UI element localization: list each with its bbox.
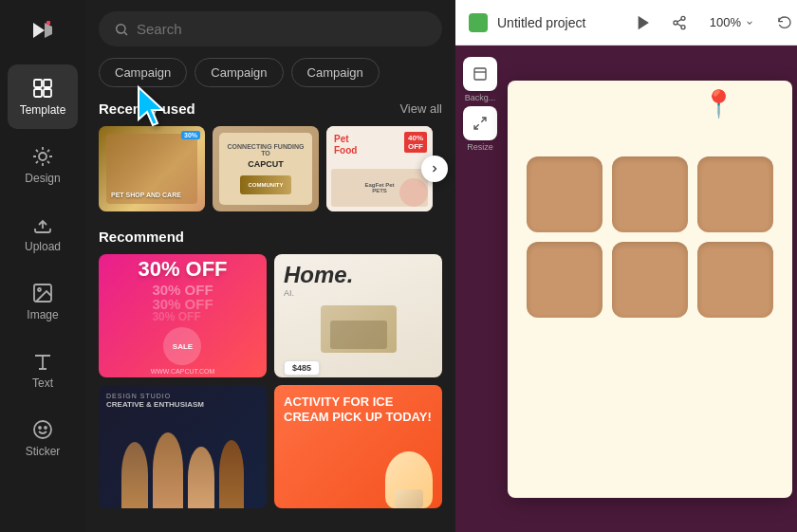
palette-cell-2 xyxy=(612,156,688,232)
palette-cell-5 xyxy=(612,242,688,318)
recently-used-title: Recently used xyxy=(99,101,195,117)
background-tool-label: Backg... xyxy=(465,93,496,102)
home-price: $485 xyxy=(284,360,320,376)
sidebar-item-upload-label: Upload xyxy=(25,240,61,253)
search-input[interactable] xyxy=(137,21,427,37)
sidebar-item-sticker[interactable]: Sticker xyxy=(8,406,78,470)
canvas-area: Untitled project 100% xyxy=(455,0,797,532)
category-row: Campaign Campaign Campaign xyxy=(85,58,455,97)
template-pet-food[interactable]: 40%OFF PetFood EagFet PetPETS xyxy=(326,126,433,211)
recently-used-row: PET SHOP AND CARE 30% CONNECTING FUNDING… xyxy=(99,126,442,211)
sidebar-item-text[interactable]: Text xyxy=(8,338,78,402)
canvas-topbar: Untitled project 100% xyxy=(455,0,797,46)
share-button[interactable] xyxy=(666,9,693,36)
search-bar[interactable] xyxy=(99,11,442,46)
undo-button[interactable] xyxy=(771,9,797,36)
svg-point-9 xyxy=(34,421,51,438)
sidebar-item-upload[interactable]: Upload xyxy=(8,201,78,266)
canvas-content: 📍 xyxy=(508,81,792,498)
template-home[interactable]: Home. AI. $485 +xx-xxx-xxxx www.capcut.c… xyxy=(274,254,442,377)
next-button[interactable] xyxy=(421,156,448,182)
sidebar-item-design-label: Design xyxy=(25,172,60,185)
palette-cell-3 xyxy=(697,156,773,232)
svg-rect-17 xyxy=(474,68,486,80)
play-button[interactable] xyxy=(630,9,657,36)
icecream-title: ACTIVITY FOR ICE CREAM PICK UP TODAY! xyxy=(284,394,433,424)
canvas-side-tools: Backg... Resize xyxy=(463,57,497,152)
sidebar-item-image[interactable]: Image xyxy=(8,269,78,334)
palette-cell-6 xyxy=(697,242,773,318)
resize-tool[interactable] xyxy=(463,106,497,140)
svg-point-12 xyxy=(117,24,125,32)
palette-grid xyxy=(508,119,792,337)
project-icon xyxy=(469,13,488,32)
canvas-viewport[interactable]: 📍 xyxy=(455,46,797,532)
sidebar-item-text-label: Text xyxy=(32,376,53,390)
svg-point-11 xyxy=(45,427,46,429)
category-campaign-3[interactable]: Campaign xyxy=(291,58,380,87)
svg-rect-4 xyxy=(34,89,42,97)
background-tool[interactable] xyxy=(463,57,497,91)
svg-point-14 xyxy=(681,16,685,20)
view-all-button[interactable]: View all xyxy=(399,101,442,116)
panel-content: Recently used View all PET SHOP AND CARE… xyxy=(85,97,455,532)
zoom-value: 100% xyxy=(710,15,741,29)
recently-used-header: Recently used View all xyxy=(99,101,442,117)
recommend-grid: 30% OFF 30% OFF 30% OFF 30% OFF SALE WWW… xyxy=(99,254,442,508)
sidebar-item-image-label: Image xyxy=(27,308,58,321)
category-campaign-2[interactable]: Campaign xyxy=(195,58,283,87)
svg-point-10 xyxy=(39,427,41,429)
sidebar-item-template-label: Template xyxy=(20,103,66,117)
sidebar-item-template[interactable]: Template xyxy=(8,64,78,129)
app-logo xyxy=(22,9,64,51)
palette-cell-4 xyxy=(527,242,602,318)
background-tool-group: Backg... xyxy=(463,57,497,102)
sale-main-text: 30% OFF xyxy=(138,257,227,282)
category-campaign-1[interactable]: Campaign xyxy=(99,58,187,87)
svg-point-6 xyxy=(39,153,46,160)
template-sale[interactable]: 30% OFF 30% OFF 30% OFF 30% OFF SALE WWW… xyxy=(99,254,267,377)
resize-tool-group: Resize xyxy=(463,106,497,152)
resize-tool-label: Resize xyxy=(467,142,493,152)
template-pet-shop[interactable]: PET SHOP AND CARE 30% xyxy=(99,126,205,211)
svg-rect-3 xyxy=(44,80,51,87)
sidebar-item-sticker-label: Sticker xyxy=(26,445,61,458)
home-title: Home. xyxy=(284,264,433,286)
recommend-header: Recommend xyxy=(99,229,442,245)
recommend-title: Recommend xyxy=(99,229,184,245)
svg-rect-5 xyxy=(44,89,51,97)
svg-point-15 xyxy=(674,21,677,25)
search-icon xyxy=(114,22,129,37)
template-panel: Campaign Campaign Campaign Recently used… xyxy=(85,0,455,532)
food-discount-badge: 40%OFF xyxy=(404,132,427,153)
svg-rect-1 xyxy=(46,21,50,25)
svg-point-16 xyxy=(681,25,685,28)
sidebar-item-design[interactable]: Design xyxy=(8,133,78,197)
template-icecream[interactable]: ACTIVITY FOR ICE CREAM PICK UP TODAY! xyxy=(274,385,442,508)
svg-marker-13 xyxy=(639,17,647,28)
sidebar: Template Design Upload Image Text xyxy=(0,0,85,532)
svg-rect-2 xyxy=(34,80,42,87)
palette-cell-1 xyxy=(527,156,602,232)
project-name: Untitled project xyxy=(497,15,621,30)
svg-point-8 xyxy=(38,288,41,291)
zoom-display[interactable]: 100% xyxy=(702,11,762,33)
pin-icon: 📍 xyxy=(702,88,735,119)
template-group[interactable]: CONNECTING FUNDING TO CAPCUT COMMUNITY xyxy=(213,126,319,211)
template-studio[interactable]: DESIGN STUDIO CREATIVE & ENTHUSIASM xyxy=(99,385,267,508)
